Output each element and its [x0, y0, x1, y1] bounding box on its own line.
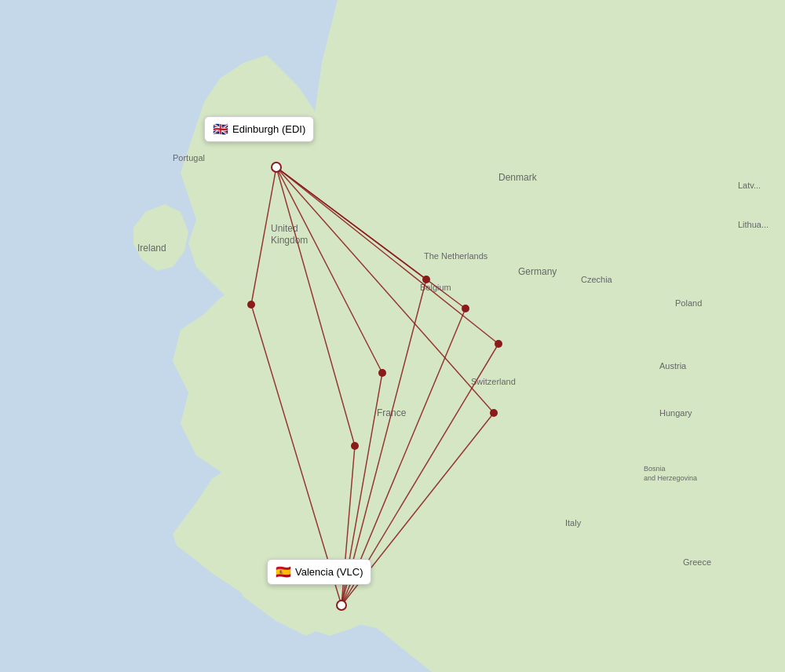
germany-label: Germany: [518, 266, 557, 277]
amsterdam-dot: [422, 276, 430, 283]
denmark-label: Denmark: [498, 172, 538, 183]
paris-dot: [378, 369, 386, 377]
map-container: United Kingdom Ireland France Germany Be…: [0, 0, 785, 672]
italy-label: Italy: [565, 518, 582, 528]
netherlands-label: The Netherlands: [424, 251, 488, 261]
bosnia-label2: and Herzegovina: [644, 474, 697, 482]
latv-label: Latv...: [738, 181, 761, 190]
poland-label: Poland: [675, 298, 702, 308]
valencia-airport-dot: [337, 601, 346, 610]
uk-label2: Kingdom: [271, 235, 308, 246]
portugal-label: Portugal: [173, 153, 205, 163]
frankfurt-dot: [495, 340, 502, 348]
spain-label: Spain: [267, 564, 291, 575]
bristol-dot: [247, 301, 255, 309]
czechia-label: Czechia: [581, 275, 613, 284]
greece-label: Greece: [683, 557, 711, 567]
toulouse-dot: [351, 442, 359, 450]
lithu-label: Lithua...: [738, 220, 769, 229]
geneva-dot: [490, 409, 498, 417]
ireland-label: Ireland: [137, 243, 166, 254]
hungary-label: Hungary: [659, 408, 692, 418]
cologne-dot: [462, 305, 469, 312]
austria-label: Austria: [659, 361, 687, 371]
bosnia-label: Bosnia: [644, 465, 666, 473]
edinburgh-airport-dot: [272, 163, 281, 172]
map-svg: United Kingdom Ireland France Germany Be…: [0, 0, 785, 672]
